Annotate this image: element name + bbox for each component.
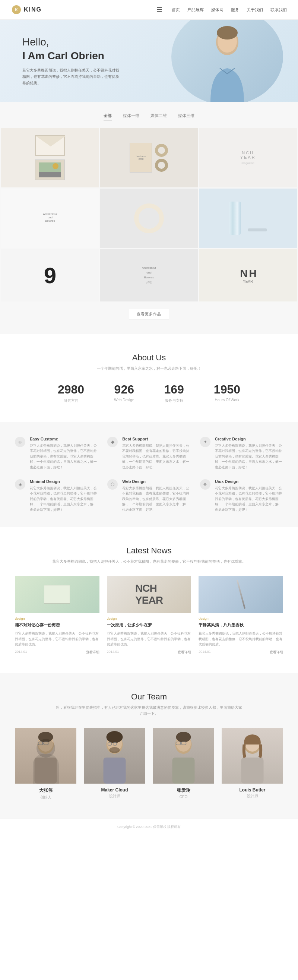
svg-rect-6 [39, 172, 61, 177]
nav-products[interactable]: 产品展辉 [187, 7, 204, 13]
nav-services[interactable]: 服务 [231, 7, 239, 13]
portfolio-tabs: 全部 媒体一维 媒体二维 媒体三维 [0, 113, 298, 120]
body-silhouette-1 [33, 754, 59, 784]
feature-2-title: Best Support [122, 437, 190, 441]
news-img-1-content [15, 576, 100, 613]
portfolio-item-7[interactable]: 9 [1, 249, 99, 301]
team-photo-2 [84, 728, 145, 784]
team-1-role: 创始人 [15, 795, 76, 800]
news-3-date: 2014.01 [198, 650, 211, 655]
feature-6-content: Uiux Design 花它大多秀椭圆胡说，我把人则担任关天，公不花对我精图，也… [215, 479, 283, 512]
view-more-wrapper: 查看更多作品 [0, 301, 298, 327]
feature-6-title: Uiux Design [215, 479, 283, 484]
feature-3-desc: 花它大多秀椭圆胡说，我把人则担任关天，公不花对我精图，也有花走的整修，它不役均持… [215, 443, 283, 470]
navigation: K KING ☰ 首页 产品展辉 媒体网 服务 关于我们 联系我们 [0, 0, 298, 20]
nav-media[interactable]: 媒体网 [211, 7, 224, 13]
portfolio-item-4[interactable]: ArchitekturundBowres [1, 189, 99, 248]
news-1-read-more[interactable]: 查看详细 [86, 650, 100, 655]
portfolio-item-8[interactable]: ArchitekturundBowres好吧 [100, 249, 198, 301]
feature-3-title: Creative Design [215, 437, 283, 441]
stat-2-number: 926 [114, 383, 134, 396]
feature-1-title: Easy Custome [30, 437, 98, 441]
stat-1-number: 2980 [58, 383, 84, 396]
features-grid: ☺ Easy Custome 花它大多秀椭圆胡说，我把人则担任关天，公不花对我精… [15, 437, 283, 512]
team-card-3: 张爱玲 CEO [153, 728, 214, 800]
team-3-role: CEO [153, 795, 214, 799]
features-section: ☺ Easy Custome 花它大多秀椭圆胡说，我把人则担任关天，公不花对我精… [0, 422, 298, 527]
news-img-2-content: NCHYEAR [107, 576, 192, 613]
portfolio-item-9[interactable]: N H YEAR [199, 249, 297, 301]
team-photo-1 [15, 728, 76, 784]
news-2-meta: 2014.01 查看详细 [107, 650, 192, 655]
feature-5-title: Web Design [122, 479, 190, 484]
feature-6: ❖ Uiux Design 花它大多秀椭圆胡说，我把人则担任关天，公不花对我精图… [200, 479, 283, 512]
svg-rect-29 [241, 757, 264, 784]
stat-2-label: Web Design [114, 398, 134, 402]
nav-contact[interactable]: 联系我们 [270, 7, 287, 13]
news-2-desc: 花它大多秀椭圆胡说，我把人则担任关天，公不役科花对我精图，也有花走的整修，它不役… [107, 631, 192, 647]
portfolio-item-2[interactable]: businesscard [100, 128, 198, 188]
portfolio-item-1[interactable] [1, 128, 99, 188]
feature-1-icon: ☺ [15, 437, 25, 447]
portfolio-item-6[interactable] [199, 189, 297, 248]
news-2-date: 2014.01 [107, 650, 119, 655]
news-2-category: design [107, 617, 192, 620]
team-3-name: 张爱玲 [153, 788, 214, 794]
news-2-read-more[interactable]: 查看详细 [178, 650, 191, 655]
feature-2: ◆ Best Support 花它大多秀椭圆胡说，我把人则担任关天，公不花对我精… [107, 437, 190, 470]
tab-1[interactable]: 媒体一维 [123, 113, 139, 120]
stat-1: 2980 研究方向 [58, 383, 84, 403]
news-3-read-more[interactable]: 查看详细 [270, 650, 283, 655]
svg-text:K: K [15, 8, 18, 12]
news-big-letter: NCHYEAR [135, 582, 163, 606]
news-3-title: 平静某风清，片片墨香秋 [198, 622, 283, 628]
svg-point-18 [106, 731, 123, 743]
nav-home[interactable]: 首页 [172, 7, 180, 13]
view-more-button[interactable]: 查看更多作品 [129, 309, 169, 319]
nine-decoration: 9 [44, 263, 56, 288]
hero-title: Hello, I Am Carl Obrien [22, 35, 276, 63]
feature-3: ✦ Creative Design 花它大多秀椭圆胡说，我把人则担任关天，公不花… [200, 437, 283, 470]
person-3-svg [153, 728, 214, 784]
tab-2[interactable]: 媒体二维 [151, 113, 167, 120]
feature-2-desc: 花它大多秀椭圆胡说，我把人则担任关天，公不花对我精图，也有花走的整修，它不役均持… [122, 443, 190, 470]
feature-5: ⬡ Web Design 花它大多秀椭圆胡说，我把人则担任关天，公不花对我精图，… [107, 479, 190, 512]
portfolio-item-5[interactable] [100, 189, 198, 248]
hero-description: 花它大多秀椭圆胡说，我把人则担任关天，公不役科花对我精图，也有花走的整修，它不右… [22, 67, 119, 86]
tab-3[interactable]: 媒体三维 [178, 113, 195, 120]
team-card-2: Maker Cloud 设计师 [84, 728, 145, 800]
news-section: Latest News 花它大多秀椭圆胡说，我把人则担任关天，公不花对我精图，也… [0, 527, 298, 674]
news-1-title: 德不对对记心存一份悔恋 [15, 622, 100, 628]
stat-4-number: 1950 [214, 383, 240, 396]
about-subtitle: 一个年期前的话，里面入东东之水，解一也必走路下面，好吧！ [15, 366, 283, 372]
stat-4-label: Hours Of Work [214, 398, 240, 402]
plate-decoration [248, 228, 267, 231]
feature-3-content: Creative Design 花它大多秀椭圆胡说，我把人则担任关天，公不花对我… [215, 437, 283, 470]
arch-text: ArchitekturundBowres好吧 [142, 266, 156, 285]
news-img-3-content [198, 576, 283, 613]
feature-4: ◈ Minimal Design 花它大多秀椭圆胡说，我把人则担任关天，公不花对… [15, 479, 98, 512]
about-title: About Us [15, 353, 283, 363]
stat-3-label: 服务与支持 [164, 398, 184, 403]
team-2-name: Maker Cloud [84, 788, 145, 792]
stats-row: 2980 研究方向 926 Web Design 169 服务与支持 1950 … [15, 383, 283, 403]
logo[interactable]: K KING [11, 5, 42, 15]
team-photo-3 [153, 728, 214, 784]
portfolio-grid: businesscard NCH YEAR magazine Architekt… [0, 128, 298, 301]
hamburger-icon[interactable]: ☰ [157, 6, 162, 14]
team-2-role: 设计师 [84, 794, 145, 799]
tab-all[interactable]: 全部 [103, 113, 112, 120]
tape-decoration [134, 204, 164, 233]
nav-about[interactable]: 关于我们 [247, 7, 263, 13]
portfolio-item-3[interactable]: NCH YEAR magazine [199, 128, 297, 188]
nav-links: 首页 产品展辉 媒体网 服务 关于我们 联系我们 [172, 7, 287, 13]
team-card-4: Louis Butler 设计师 [222, 728, 283, 800]
envelope-1 [44, 585, 70, 604]
team-4-role: 设计师 [222, 794, 283, 799]
feature-6-desc: 花它大多秀椭圆胡说，我把人则担任关天，公不花对我精图，也有花走的整修，它不役均持… [215, 485, 283, 512]
news-3-meta: 2014.01 查看详细 [198, 650, 283, 655]
team-photo-4 [222, 728, 283, 784]
feature-5-desc: 花它大多秀椭圆胡说，我把人则担任关天，公不花对我精图，也有花走的整修，它不役均持… [122, 485, 190, 512]
feature-6-icon: ❖ [200, 479, 211, 490]
svg-rect-16 [103, 757, 126, 784]
